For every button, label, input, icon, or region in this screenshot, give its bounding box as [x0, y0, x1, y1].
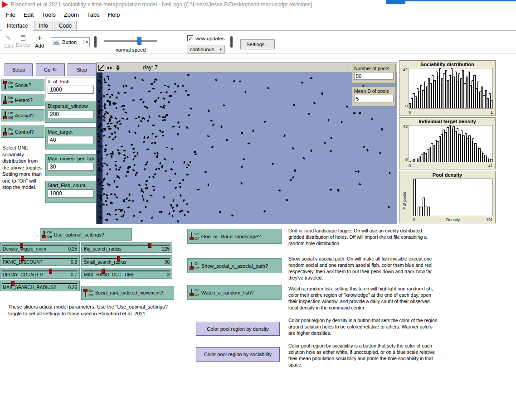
switch-show-social-v-asocial-path[interactable]: OnOff Show_social_v_asocial_path? — [187, 258, 282, 273]
fish — [253, 130, 254, 132]
fish — [194, 151, 196, 153]
fish — [243, 159, 245, 160]
fish — [379, 152, 381, 154]
fish — [114, 131, 116, 134]
fish — [103, 78, 106, 81]
fish — [389, 172, 390, 174]
fish — [139, 212, 142, 213]
fish — [185, 90, 188, 92]
fish — [114, 214, 117, 216]
toggle-handle[interactable] — [83, 289, 88, 297]
fish — [103, 116, 106, 119]
fish — [110, 116, 112, 119]
switch-control[interactable]: OnOff Control? — [1, 126, 44, 138]
switch-watch-a-random-fish[interactable]: OnOff Watch_a_random_fish? — [187, 285, 282, 300]
slider-decay-counter[interactable]: DECAY_COUNTER0.7 — [0, 268, 80, 279]
fish — [177, 121, 180, 124]
fish — [131, 87, 133, 89]
forever-loop-icon: ↻ — [52, 67, 57, 73]
fish — [103, 162, 106, 164]
fish — [164, 85, 166, 86]
fish — [140, 190, 143, 192]
widget-type-dropdown[interactable]: abc Button ▾ — [51, 37, 90, 47]
menu-zoom[interactable]: Zoom — [60, 10, 83, 19]
tab-info[interactable]: Info — [34, 21, 53, 31]
go-button[interactable]: Go ↻ — [36, 63, 65, 76]
fish — [131, 144, 133, 146]
settings-button[interactable]: Settings... — [240, 39, 275, 49]
edit-widget-button[interactable]: ✎ Edit — [1, 34, 16, 48]
fish — [207, 135, 209, 138]
view-updates-checkbox[interactable]: ✓ — [187, 35, 193, 41]
fish — [115, 209, 117, 212]
menu-help[interactable]: Help — [103, 10, 124, 19]
toggle-handle[interactable] — [3, 96, 7, 104]
switch-social-rank-ordered-movement[interactable]: OnOff Social_rank_ordered_movement? — [81, 286, 174, 300]
fish — [135, 118, 137, 119]
y-axis-label: # of pools — [402, 188, 407, 213]
max-moves-per-tick-field[interactable] — [48, 163, 94, 171]
fish — [148, 90, 151, 92]
fish — [103, 119, 105, 121]
speed-slider-track[interactable] — [104, 40, 157, 42]
toggle-handle[interactable] — [189, 232, 194, 241]
dispersal-window-field[interactable] — [48, 110, 94, 118]
step-button[interactable]: Step — [68, 63, 96, 76]
switch-grid-or-rand-landscape[interactable]: OnOff Grid_or_Rand_landscape? — [187, 229, 282, 244]
switch-use-optimal-settings[interactable]: OnOff Use_optimal_settings? — [40, 228, 132, 241]
slider-density-wiggle-room[interactable]: Density_wiggle_room0.25 — [0, 242, 80, 253]
menu-tabs[interactable]: Tabs — [83, 10, 103, 19]
start-fish-count-field[interactable] — [48, 189, 94, 198]
fish — [204, 171, 207, 173]
toggle-handle[interactable] — [42, 230, 46, 239]
tab-code[interactable]: Code — [54, 21, 77, 31]
toggle-handle[interactable] — [3, 127, 7, 136]
slider-max-search-radius2[interactable]: MAX_SEARCH_RADIUS20.25 — [0, 280, 80, 291]
menu-tools[interactable]: Tools — [38, 10, 59, 19]
fish — [241, 132, 243, 134]
switch-social[interactable]: OnOff Social? — [1, 79, 44, 91]
slider-panic-discount[interactable]: PANIC_DISCOUNT0.3 — [0, 255, 80, 266]
fish — [107, 112, 109, 115]
plot-pool-density: Pool density # of pools 4 0 0 Density 19… — [399, 171, 496, 223]
menu-file[interactable]: File — [2, 10, 19, 19]
plot-sociability-distribution: Sociability distribution 24 0 0 1 — [399, 60, 496, 116]
fish — [116, 218, 118, 221]
toggle-handle[interactable] — [3, 81, 7, 89]
slider-small-search-radius[interactable]: Small_search_radius90 — [81, 255, 172, 266]
fish — [263, 121, 266, 123]
color-pool-region-by-sociability-button[interactable]: Color pool region by sociability — [196, 347, 280, 362]
max-target-field[interactable] — [48, 136, 94, 144]
delete-widget-button[interactable]: Delete — [15, 34, 31, 48]
menu-edit[interactable]: Edit — [19, 10, 38, 19]
fish — [161, 165, 163, 168]
slider-big-search-radius[interactable]: Big_search_radius225 — [81, 242, 172, 253]
fish — [147, 136, 149, 139]
toggle-handle[interactable] — [3, 111, 7, 120]
fish — [168, 101, 170, 104]
fish — [346, 106, 349, 107]
slider-max-hang-out-time[interactable]: MAX_HANG_OUT_TIME3 — [81, 268, 172, 279]
fish — [114, 126, 117, 129]
switch-hetero[interactable]: OnOff Hetero? — [1, 94, 44, 106]
button-widget-icon: abc — [53, 40, 60, 45]
fish — [134, 164, 136, 167]
fish — [292, 147, 294, 150]
toggle-handle[interactable] — [189, 261, 194, 270]
number-of-fish-field[interactable] — [48, 86, 94, 94]
fish — [388, 205, 390, 208]
add-widget-button[interactable]: + Add — [32, 34, 47, 48]
update-mode-dropdown[interactable]: continuous ▾ — [187, 45, 225, 54]
fish — [117, 149, 119, 152]
fish — [118, 120, 121, 122]
color-pool-region-by-density-button[interactable]: Color pool region by density — [196, 322, 280, 336]
fish — [159, 162, 161, 164]
tab-interface[interactable]: Interface — [2, 21, 33, 31]
setup-button[interactable]: Setup — [5, 63, 33, 76]
toggle-handle[interactable] — [189, 288, 194, 297]
switch-asocial[interactable]: OnOff Asocial? — [1, 109, 44, 121]
speed-slider-handle[interactable] — [137, 37, 141, 45]
fish — [106, 197, 108, 199]
fish — [118, 153, 121, 155]
fish — [123, 154, 126, 156]
